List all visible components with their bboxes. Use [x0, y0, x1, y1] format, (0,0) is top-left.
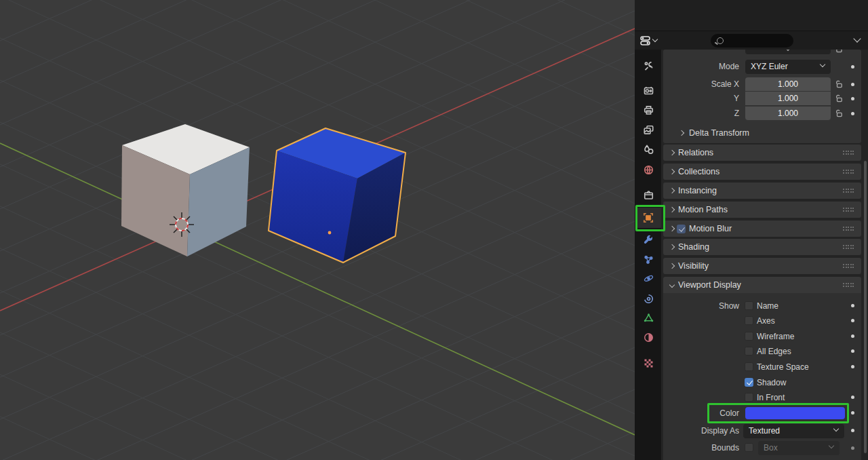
- tab-view-layer-properties[interactable]: [639, 121, 657, 138]
- viewport-canvas: [0, 0, 635, 460]
- drag-grip-icon[interactable]: [843, 283, 854, 288]
- scale-y-label: Y: [663, 92, 739, 105]
- color-label: Color: [663, 406, 739, 420]
- object-icon: [643, 212, 654, 223]
- search-icon: [717, 37, 724, 44]
- tab-physics-properties[interactable]: [639, 269, 657, 287]
- filter-dropdown-button[interactable]: [853, 35, 861, 42]
- blender-window: { "viewport": { "background": "#3b3b3b",…: [0, 0, 868, 460]
- chevron-down-icon: [829, 443, 834, 448]
- tab-material-properties[interactable]: [639, 328, 657, 346]
- tool-icon: [644, 61, 654, 71]
- show-label: Show: [663, 299, 739, 313]
- viewport-display-body: Show Name Axes Wireframe All Edges Textu…: [663, 293, 861, 460]
- output-icon: [644, 105, 654, 115]
- in-front-checkbox[interactable]: [745, 393, 753, 402]
- tab-collection-properties[interactable]: [639, 186, 657, 204]
- tab-texture-properties[interactable]: [639, 354, 657, 372]
- section-motion-paths[interactable]: Motion Paths: [663, 202, 861, 218]
- animate-dot[interactable]: [851, 83, 854, 86]
- mode-dropdown[interactable]: XYZ Euler: [745, 60, 831, 74]
- tab-scene-properties[interactable]: [639, 140, 657, 158]
- section-instancing[interactable]: Instancing: [663, 183, 861, 199]
- object-color-swatch[interactable]: [745, 407, 845, 419]
- delta-transform-subpanel[interactable]: Delta Transform: [679, 126, 749, 140]
- section-shading[interactable]: Shading: [663, 239, 861, 255]
- drag-grip-icon[interactable]: [843, 245, 854, 250]
- display-as-label: Display As: [663, 424, 739, 438]
- scale-x-field[interactable]: 1.000: [745, 77, 831, 91]
- panel-scrollbar[interactable]: [864, 161, 867, 453]
- physics-icon: [644, 273, 654, 284]
- name-checkbox[interactable]: [745, 301, 753, 310]
- lock-icon[interactable]: [834, 50, 844, 54]
- chevron-right-icon: [669, 150, 675, 155]
- chevron-right-icon: [669, 188, 675, 193]
- bounds-checkbox[interactable]: [745, 443, 753, 452]
- drag-grip-icon[interactable]: [843, 227, 854, 231]
- scale-x-label: Scale X: [663, 77, 739, 91]
- section-collections[interactable]: Collections: [663, 164, 861, 180]
- axes-checkbox[interactable]: [745, 316, 753, 325]
- motion-blur-checkbox[interactable]: [677, 225, 686, 233]
- texture-space-checkbox[interactable]: [745, 362, 753, 371]
- tab-object-data-properties[interactable]: [639, 309, 657, 326]
- scale-z-field[interactable]: 1.000: [745, 107, 831, 120]
- delta-transform-label: Delta Transform: [689, 128, 749, 138]
- tab-world-properties[interactable]: [639, 161, 657, 178]
- bounds-dropdown[interactable]: Box: [758, 441, 840, 455]
- material-icon: [644, 332, 654, 343]
- drag-grip-icon[interactable]: [843, 189, 854, 193]
- drag-grip-icon[interactable]: [843, 170, 854, 174]
- search-input[interactable]: [711, 34, 793, 47]
- animate-dot[interactable]: [851, 65, 854, 69]
- properties-editor: Z Mode XYZ Euler Scale X 1.000: [635, 0, 868, 460]
- tab-tool-properties[interactable]: [639, 57, 657, 75]
- wireframe-checkbox[interactable]: [745, 332, 753, 341]
- scale-z-label: Z: [663, 107, 739, 120]
- animate-dot[interactable]: [851, 411, 854, 415]
- editor-type-button[interactable]: [640, 36, 657, 45]
- animate-dot[interactable]: [851, 396, 854, 399]
- tab-object-properties[interactable]: [639, 209, 657, 227]
- collection-icon: [644, 190, 654, 200]
- properties-tab-strip: [635, 50, 661, 460]
- drag-grip-icon[interactable]: [843, 208, 854, 212]
- editor-top-gap: [635, 0, 868, 31]
- tab-output-properties[interactable]: [639, 101, 657, 119]
- animate-dot[interactable]: [851, 349, 854, 353]
- animate-dot[interactable]: [851, 334, 854, 338]
- viewport-3d[interactable]: [0, 0, 635, 460]
- animate-dot[interactable]: [851, 112, 854, 115]
- display-as-dropdown[interactable]: Textured: [743, 424, 844, 438]
- section-viewport-display[interactable]: Viewport Display: [663, 277, 861, 293]
- chevron-right-icon: [679, 130, 684, 136]
- tab-particle-properties[interactable]: [639, 250, 657, 268]
- chevron-down-icon: [652, 37, 658, 42]
- tab-constraint-properties[interactable]: [639, 290, 657, 307]
- animate-dot[interactable]: [851, 429, 854, 432]
- animate-dot[interactable]: [851, 446, 854, 450]
- lock-icon[interactable]: [834, 94, 844, 103]
- shadow-checkbox[interactable]: [745, 378, 753, 387]
- animate-dot[interactable]: [851, 319, 854, 322]
- rotation-z-field[interactable]: [745, 50, 831, 54]
- transform-panel: Z Mode XYZ Euler Scale X 1.000: [663, 50, 861, 143]
- chevron-down-icon: [669, 282, 675, 288]
- lock-icon[interactable]: [834, 79, 844, 89]
- tab-modifier-properties[interactable]: [639, 231, 657, 248]
- animate-dot[interactable]: [851, 97, 854, 100]
- section-motion-blur[interactable]: Motion Blur: [663, 221, 861, 237]
- lock-icon[interactable]: [834, 109, 844, 118]
- scale-y-field[interactable]: 1.000: [745, 92, 831, 105]
- drag-grip-icon[interactable]: [843, 264, 854, 269]
- animate-dot[interactable]: [851, 365, 854, 368]
- particles-icon: [644, 254, 654, 265]
- section-relations[interactable]: Relations: [663, 145, 861, 161]
- animate-dot[interactable]: [851, 304, 854, 307]
- section-visibility[interactable]: Visibility: [663, 258, 861, 274]
- tab-render-properties[interactable]: [639, 81, 657, 99]
- all-edges-checkbox[interactable]: [745, 347, 753, 356]
- chevron-right-icon: [669, 263, 675, 269]
- drag-grip-icon[interactable]: [843, 151, 854, 155]
